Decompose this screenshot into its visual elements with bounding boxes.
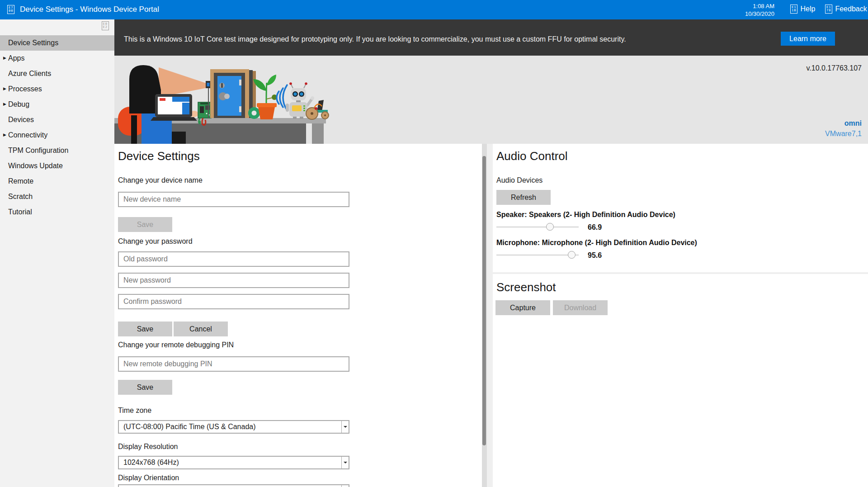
dropdown-arrow-icon (341, 457, 349, 468)
feedback-icon: E1 70 (825, 5, 832, 14)
pin-label: Change your remote debugging PIN (118, 341, 234, 349)
device-name-label: Change your device name (118, 176, 203, 184)
page-title: Device Settings - Windows Device Portal (20, 5, 159, 14)
device-name: omni (844, 119, 862, 128)
sidebar-item-connectivity[interactable]: ▶Connectivity (0, 128, 114, 143)
feedback-icon-glyph-row: 70 (826, 9, 831, 12)
scrollbar-thumb[interactable] (482, 156, 486, 445)
sidebar-item-debug[interactable]: ▶Debug (0, 97, 114, 112)
expand-arrow-icon: ▶ (3, 102, 6, 106)
expand-arrow-icon: ▶ (3, 132, 6, 137)
device-settings-title: Device Settings (118, 149, 200, 163)
device-model: VMware7,1 (825, 130, 862, 138)
vertical-scrollbar[interactable] (482, 144, 487, 487)
sidebar-item-device-settings[interactable]: Device Settings (0, 35, 114, 51)
confirm-password-input[interactable] (118, 294, 349, 309)
sidebar-item-tpm-configuration[interactable]: TPM Configuration (0, 143, 114, 158)
slider-thumb[interactable] (568, 251, 576, 259)
sidebar-menu-icon[interactable]: E0 E2 (102, 21, 109, 30)
warning-banner-text: This is a Windows 10 IoT Core test image… (124, 35, 626, 43)
sidebar-nav: Device Settings▶AppsAzure Clients▶Proces… (0, 35, 114, 220)
help-button[interactable]: E1 1B Help (790, 5, 815, 14)
clock: 1:08 AM 10/30/2020 (716, 2, 774, 18)
microphone-volume-value: 95.6 (588, 251, 602, 260)
sidebar-item-tutorial[interactable]: Tutorial (0, 204, 114, 220)
clock-date: 10/30/2020 (716, 10, 774, 18)
sidebar-item-label: Device Settings (8, 39, 58, 47)
feedback-label: Feedback (835, 5, 867, 13)
sidebar-item-label: TPM Configuration (8, 147, 68, 155)
save-device-name-button[interactable]: Save (118, 217, 172, 232)
orientation-label: Display Orientation (118, 474, 179, 482)
slider-track (496, 227, 579, 227)
sidebar-item-remote[interactable]: Remote (0, 174, 114, 189)
sidebar: E0 E2 Device Settings▶AppsAzure Clients▶… (0, 19, 114, 487)
password-label: Change your password (118, 237, 193, 246)
timezone-value: (UTC-08:00) Pacific Time (US & Canada) (123, 423, 256, 431)
feedback-button[interactable]: E1 70 Feedback (825, 5, 867, 14)
sidebar-item-azure-clients[interactable]: Azure Clients (0, 66, 114, 81)
expand-arrow-icon: ▶ (3, 56, 6, 60)
screenshot-panel: Screenshot Capture Download (493, 274, 868, 487)
slider-thumb[interactable] (546, 223, 554, 231)
app-icon-glyph-row: 00 (9, 9, 13, 13)
remote-pin-input[interactable] (118, 356, 349, 372)
sidebar-item-label: Processes (8, 85, 42, 93)
sidebar-item-scratch[interactable]: Scratch (0, 189, 114, 204)
dropdown-arrow-icon (341, 421, 349, 433)
timezone-select[interactable]: (UTC-08:00) Pacific Time (US & Canada) (118, 420, 349, 434)
sidebar-item-label: Tutorial (8, 208, 32, 216)
hero-section: v.10.0.17763.107 omni VMware7,1 (114, 56, 868, 144)
sidebar-item-devices[interactable]: Devices (0, 112, 114, 128)
os-version: v.10.0.17763.107 (807, 64, 862, 72)
resolution-label: Display Resolution (118, 443, 178, 451)
audio-devices-label: Audio Devices (496, 176, 542, 184)
titlebar: E7 00 Device Settings - Windows Device P… (0, 0, 868, 19)
cancel-password-button[interactable]: Cancel (174, 322, 228, 336)
speaker-label: Speaker: Speakers (2- High Definition Au… (496, 211, 675, 219)
audio-control-title: Audio Control (496, 149, 568, 163)
sidebar-item-processes[interactable]: ▶Processes (0, 81, 114, 97)
sidebar-item-label: Apps (8, 54, 24, 62)
sidebar-item-label: Remote (8, 177, 33, 185)
microphone-label: Microphone: Microphone (2- High Definiti… (496, 239, 697, 247)
sidebar-item-label: Devices (8, 116, 34, 124)
sidebar-item-apps[interactable]: ▶Apps (0, 51, 114, 66)
refresh-button[interactable]: Refresh (496, 190, 551, 205)
device-name-input[interactable] (118, 192, 349, 207)
app-icon: E7 00 (7, 5, 14, 14)
sidebar-item-label: Scratch (8, 193, 33, 201)
microphone-volume-slider[interactable] (496, 251, 579, 260)
sidebar-item-windows-update[interactable]: Windows Update (0, 158, 114, 174)
dropdown-arrow-icon (341, 485, 349, 487)
audio-control-panel: Audio Control Audio Devices Refresh Spea… (493, 144, 868, 272)
sidebar-item-label: Connectivity (8, 131, 47, 139)
old-password-input[interactable] (118, 251, 349, 267)
screenshot-title: Screenshot (496, 280, 556, 294)
windows-device-portal: E7 00 Device Settings - Windows Device P… (0, 0, 868, 487)
resolution-value: 1024x768 (64Hz) (123, 459, 179, 467)
capture-button[interactable]: Capture (495, 300, 550, 315)
clock-time: 1:08 AM (716, 2, 774, 10)
help-icon-glyph-row: 1B (792, 9, 796, 12)
slider-track (496, 255, 579, 255)
sidebar-menu-icon-glyph-row: E2 (103, 26, 108, 29)
help-label: Help (800, 5, 815, 13)
hero-illustration (114, 56, 331, 144)
expand-arrow-icon: ▶ (3, 86, 6, 91)
save-pin-button[interactable]: Save (118, 380, 172, 395)
speaker-volume-slider[interactable] (496, 222, 579, 232)
new-password-input[interactable] (118, 273, 349, 288)
warning-banner: This is a Windows 10 IoT Core test image… (114, 19, 868, 56)
resolution-select[interactable]: 1024x768 (64Hz) (118, 456, 349, 469)
sidebar-item-label: Windows Update (8, 162, 63, 170)
help-icon: E1 1B (790, 5, 797, 14)
save-password-button[interactable]: Save (118, 322, 172, 336)
sidebar-item-label: Azure Clients (8, 70, 51, 78)
learn-more-button[interactable]: Learn more (781, 32, 835, 46)
speaker-volume-value: 66.9 (588, 223, 602, 232)
download-button[interactable]: Download (553, 300, 608, 315)
orientation-select[interactable] (118, 484, 349, 487)
sidebar-item-label: Debug (8, 100, 29, 109)
device-settings-panel: Device Settings Change your device name … (114, 144, 482, 487)
